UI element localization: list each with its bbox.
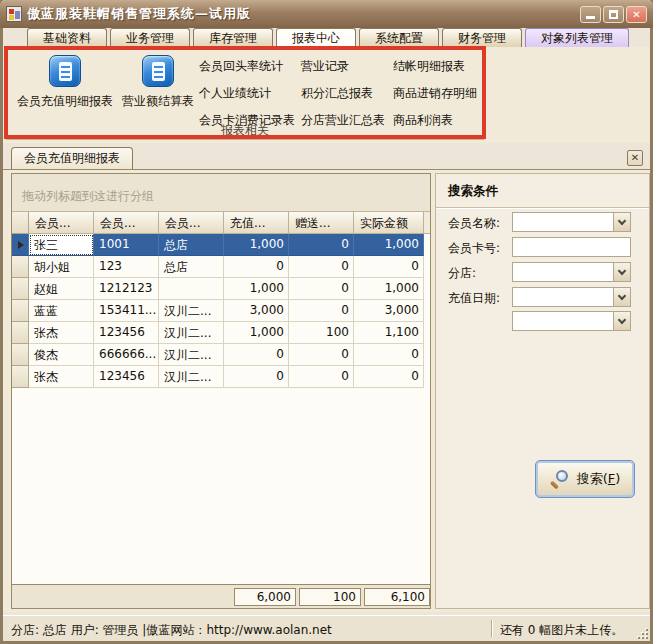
ribbon-link-0-1[interactable]: 个人业绩统计	[199, 80, 299, 107]
grid-column-header-2[interactable]: 会员...	[159, 212, 224, 234]
row-indicator-arrow[interactable]	[12, 234, 29, 256]
row-header-cell[interactable]	[12, 344, 29, 366]
chevron-down-icon[interactable]	[613, 213, 630, 231]
grid-cell[interactable]: 0	[224, 366, 289, 388]
grid-cell[interactable]: 汉川二...	[159, 300, 224, 322]
grid-cell[interactable]: 0	[289, 234, 354, 256]
branch-combo[interactable]	[512, 262, 631, 282]
grid-cell[interactable]: 3,000	[224, 300, 289, 322]
grid-cell[interactable]: 汉川二...	[159, 344, 224, 366]
table-row[interactable]: 张三1001总店1,00001,000	[12, 234, 430, 256]
recharge-date-from-value[interactable]	[513, 288, 613, 306]
resize-grip[interactable]	[637, 628, 649, 640]
table-row[interactable]: 胡小姐123总店000	[12, 256, 430, 278]
menu-tab-4[interactable]: 系统配置	[359, 28, 439, 47]
menu-tab-5[interactable]: 财务管理	[442, 28, 522, 47]
ribbon-link-2-0[interactable]: 结帐明细报表	[393, 53, 493, 80]
chevron-down-icon[interactable]	[613, 263, 630, 281]
grid-cell[interactable]: 1,000	[354, 278, 424, 300]
grid-cell[interactable]: 总店	[159, 256, 224, 278]
grid-cell[interactable]: 123	[94, 256, 159, 278]
big-button-member-recharge-report[interactable]: 会员充值明细报表	[14, 51, 116, 123]
grid-cell[interactable]: 0	[224, 344, 289, 366]
grid-cell[interactable]: 100	[289, 322, 354, 344]
ribbon-link-0-0[interactable]: 会员回头率统计	[199, 53, 299, 80]
grid-cell[interactable]: 666666...	[94, 344, 159, 366]
grid-cell[interactable]: 0	[289, 344, 354, 366]
grid-cell[interactable]: 总店	[159, 234, 224, 256]
grid-cell[interactable]: 1,000	[354, 234, 424, 256]
menu-tab-0[interactable]: 基础资料	[27, 28, 107, 47]
grid-cell[interactable]: 1212123	[94, 278, 159, 300]
table-row[interactable]: 张杰123456汉川二...1,0001001,100	[12, 322, 430, 344]
menu-tab-2[interactable]: 库存管理	[193, 28, 273, 47]
member-name-combo[interactable]	[512, 212, 631, 232]
menu-tab-3[interactable]: 报表中心	[276, 28, 356, 47]
grid-column-header-3[interactable]: 充值...	[224, 212, 289, 234]
close-button[interactable]: ✕	[626, 6, 647, 23]
ribbon-link-2-1[interactable]: 商品进销存明细	[393, 80, 493, 107]
member-card-no-value[interactable]	[513, 238, 630, 256]
minimize-button[interactable]	[580, 6, 601, 23]
grid-group-band[interactable]: 拖动列标题到这进行分组	[12, 174, 430, 212]
row-header-cell[interactable]	[12, 322, 29, 344]
grid-column-header-5[interactable]: 实际金额	[354, 212, 424, 234]
row-header-cell[interactable]	[12, 278, 29, 300]
recharge-date-to-value[interactable]	[513, 312, 613, 330]
grid-corner-cell[interactable]	[12, 212, 29, 234]
grid-cell[interactable]: 1,000	[224, 234, 289, 256]
search-button[interactable]: 搜索(F)	[535, 460, 635, 498]
grid-column-header-1[interactable]: 会员...	[94, 212, 159, 234]
grid-cell[interactable]: 蓝蓝	[29, 300, 94, 322]
recharge-date-from-combo[interactable]	[512, 287, 631, 307]
grid-cell[interactable]: 汉川二...	[159, 322, 224, 344]
branch-value[interactable]	[513, 263, 613, 281]
tab-close-icon[interactable]: ✕	[627, 150, 643, 166]
title-bar[interactable]: 傲蓝服装鞋帽销售管理系统—试用版 ✕	[0, 0, 653, 28]
grid-cell[interactable]: 0	[289, 278, 354, 300]
chevron-down-icon[interactable]	[613, 288, 630, 306]
table-row[interactable]: 蓝蓝153411...汉川二...3,00003,000	[12, 300, 430, 322]
grid-cell[interactable]: 0	[354, 256, 424, 278]
grid-cell[interactable]: 张杰	[29, 366, 94, 388]
grid-cell[interactable]: 0	[224, 256, 289, 278]
maximize-button[interactable]	[603, 6, 624, 23]
grid-cell[interactable]: 153411...	[94, 300, 159, 322]
grid-cell[interactable]: 1,100	[354, 322, 424, 344]
row-header-cell[interactable]	[12, 256, 29, 278]
row-header-cell[interactable]	[12, 366, 29, 388]
ribbon-link-1-0[interactable]: 营业记录	[301, 53, 401, 80]
member-name-value[interactable]	[513, 213, 613, 231]
tab-member-recharge-report[interactable]: 会员充值明细报表	[11, 147, 133, 169]
grid-cell[interactable]: 0	[289, 366, 354, 388]
chevron-down-icon[interactable]	[613, 312, 630, 330]
table-row[interactable]: 赵姐12121231,00001,000	[12, 278, 430, 300]
table-row[interactable]: 张杰123456汉川二...000	[12, 366, 430, 388]
grid-cell[interactable]: 俊杰	[29, 344, 94, 366]
grid-cell[interactable]: 0	[354, 344, 424, 366]
grid-cell[interactable]: 3,000	[354, 300, 424, 322]
grid-cell[interactable]: 0	[289, 256, 354, 278]
grid-cell[interactable]: 1001	[94, 234, 159, 256]
table-row[interactable]: 俊杰666666...汉川二...000	[12, 344, 430, 366]
grid-column-header-0[interactable]: 会员...	[29, 212, 94, 234]
row-header-cell[interactable]	[12, 300, 29, 322]
grid-cell[interactable]: 张杰	[29, 322, 94, 344]
grid-cell[interactable]: 汉川二...	[159, 366, 224, 388]
menu-tab-6[interactable]: 对象列表管理	[525, 28, 629, 47]
grid-cell[interactable]: 1,000	[224, 278, 289, 300]
grid-column-header-4[interactable]: 赠送...	[289, 212, 354, 234]
grid-cell[interactable]: 123456	[94, 366, 159, 388]
grid-cell[interactable]: 张三	[29, 234, 94, 256]
grid-cell[interactable]: 赵姐	[29, 278, 94, 300]
grid-cell[interactable]: 胡小姐	[29, 256, 94, 278]
grid-cell[interactable]: 0	[354, 366, 424, 388]
grid-cell[interactable]: 123456	[94, 322, 159, 344]
menu-tab-1[interactable]: 业务管理	[110, 28, 190, 47]
ribbon-link-1-1[interactable]: 积分汇总报表	[301, 80, 401, 107]
grid-cell[interactable]: 1,000	[224, 322, 289, 344]
member-card-no-input[interactable]	[512, 237, 631, 257]
recharge-date-to-combo[interactable]	[512, 311, 631, 331]
big-button-turnover-report[interactable]: 营业额结算表	[118, 51, 198, 123]
grid-cell[interactable]: 0	[289, 300, 354, 322]
